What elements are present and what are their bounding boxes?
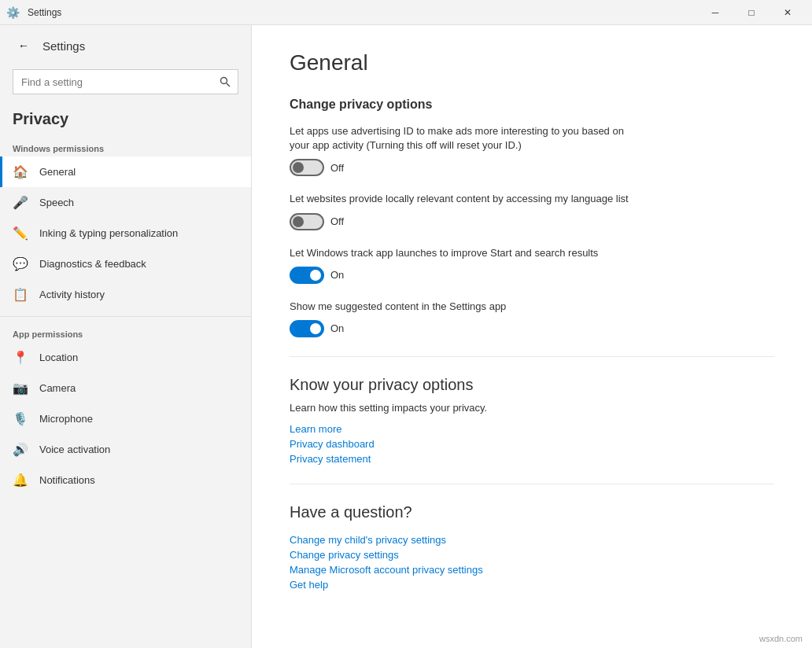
main-content: General Change privacy options Let apps … [252,25,812,648]
search-input[interactable] [13,76,212,88]
toggle-desc-language: Let websites provide locally relevant co… [290,192,636,206]
svg-point-0 [221,78,227,84]
toggle-control-language: Off [290,213,774,230]
question-link-get-help[interactable]: Get help [290,579,774,591]
sidebar-app-title: Settings [42,39,85,53]
toggle-language[interactable] [290,213,324,230]
app-permissions-label: App permissions [0,323,251,342]
toggle-row-language: Let websites provide locally relevant co… [290,192,774,230]
main-title: General [290,50,774,75]
sidebar-item-camera[interactable]: 📷 Camera [0,373,251,403]
privacy-link-privacy-statement[interactable]: Privacy statement [290,453,774,465]
sidebar-nav-top: ← Settings [0,25,251,66]
toggle-label-advertising: Off [330,162,344,174]
sidebar-item-diagnostics[interactable]: 💬 Diagnostics & feedback [0,249,251,279]
sidebar-item-microphone[interactable]: 🎙️ Microphone [0,403,251,434]
sidebar-item-label-general: General [39,166,76,178]
microphone-icon: 🎙️ [13,411,28,426]
question-link-child-privacy[interactable]: Change my child's privacy settings [290,534,774,546]
toggle-advertising[interactable] [290,159,324,176]
back-button[interactable]: ← [13,35,35,57]
title-bar-controls: ─ □ ✕ [697,0,806,25]
toggle-label-trackapp: On [330,269,344,281]
voiceactivation-icon: 🔊 [13,442,28,457]
toggle-knob-suggested [310,323,321,334]
question-link-manage-account[interactable]: Manage Microsoft account privacy setting… [290,564,774,576]
search-icon-button[interactable] [212,69,238,94]
know-privacy-section: Know your privacy options Learn how this… [290,376,774,465]
toggle-trackapp[interactable] [290,267,324,284]
privacy-link-learn-more[interactable]: Learn more [290,423,774,435]
toggle-control-advertising: Off [290,159,774,176]
sidebar-item-notifications[interactable]: 🔔 Notifications [0,465,251,495]
toggle-desc-suggested: Show me suggested content in the Setting… [290,300,636,314]
question-title: Have a question? [290,503,774,521]
sidebar-item-activity[interactable]: 📋 Activity history [0,279,251,310]
watermark: wsxdn.com [759,634,803,643]
close-button[interactable]: ✕ [770,0,806,25]
sidebar-item-label-notifications: Notifications [39,474,95,486]
sidebar-windows-items: 🏠 General 🎤 Speech ✏️ Inking & typing pe… [0,156,251,310]
question-links: Change my child's privacy settingsChange… [290,534,774,591]
sidebar-item-label-microphone: Microphone [39,413,93,425]
toggle-row-trackapp: Let Windows track app launches to improv… [290,246,774,284]
know-privacy-title: Know your privacy options [290,376,774,394]
toggle-knob-trackapp [310,270,321,281]
toggle-control-suggested: On [290,320,774,337]
location-icon: 📍 [13,350,28,365]
title-bar-title: Settings [28,7,61,18]
search-box [13,69,238,94]
section-separator-1 [290,356,774,357]
sidebar-item-label-inking: Inking & typing personalization [39,227,178,239]
sidebar-item-inking[interactable]: ✏️ Inking & typing personalization [0,218,251,249]
diagnostics-icon: 💬 [13,256,28,271]
sidebar-item-speech[interactable]: 🎤 Speech [0,187,251,218]
search-icon [220,76,231,87]
sidebar-item-general[interactable]: 🏠 General [0,156,251,187]
privacy-links: Learn morePrivacy dashboardPrivacy state… [290,423,774,465]
speech-icon: 🎤 [13,195,28,210]
notifications-icon: 🔔 [13,473,28,488]
app-body: ← Settings Privacy Windows permissions 🏠… [0,25,812,648]
svg-line-1 [227,83,230,87]
toggle-label-language: Off [330,215,344,227]
title-bar: ⚙️ Settings ─ □ ✕ [0,0,812,25]
camera-icon: 📷 [13,381,28,396]
sidebar-app-items: 📍 Location 📷 Camera 🎙️ Microphone 🔊 Voic… [0,342,251,495]
activity-icon: 📋 [13,287,28,302]
sidebar-item-location[interactable]: 📍 Location [0,342,251,373]
change-privacy-title: Change privacy options [290,98,774,112]
minimize-button[interactable]: ─ [697,0,733,25]
sidebar-item-label-diagnostics: Diagnostics & feedback [39,258,146,270]
toggles-container: Let apps use advertising ID to make ads … [290,124,774,337]
maximize-button[interactable]: □ [733,0,770,25]
toggle-row-suggested: Show me suggested content in the Setting… [290,300,774,337]
know-privacy-desc: Learn how this setting impacts your priv… [290,402,774,414]
windows-permissions-label: Windows permissions [0,138,251,156]
toggle-control-trackapp: On [290,267,774,284]
question-link-change-privacy[interactable]: Change privacy settings [290,549,774,561]
sidebar-item-label-camera: Camera [39,382,76,394]
sidebar-item-label-location: Location [39,352,78,363]
question-section: Have a question? Change my child's priva… [290,503,774,591]
sidebar: ← Settings Privacy Windows permissions 🏠… [0,25,252,648]
toggle-row-advertising: Let apps use advertising ID to make ads … [290,124,774,176]
app-icon: ⚙️ [6,6,20,19]
toggle-suggested[interactable] [290,320,324,337]
toggle-desc-trackapp: Let Windows track app launches to improv… [290,246,636,260]
inking-icon: ✏️ [13,226,28,241]
sidebar-item-voiceactivation[interactable]: 🔊 Voice activation [0,434,251,465]
toggle-label-suggested: On [330,322,344,334]
sidebar-divider [0,316,251,317]
section-separator-2 [290,484,774,484]
general-icon: 🏠 [13,164,28,179]
sidebar-item-label-activity: Activity history [39,289,105,300]
title-bar-left: ⚙️ Settings [6,6,61,19]
toggle-knob-advertising [293,162,304,173]
sidebar-item-label-voiceactivation: Voice activation [39,444,110,455]
toggle-desc-advertising: Let apps use advertising ID to make ads … [290,124,636,153]
privacy-link-privacy-dashboard[interactable]: Privacy dashboard [290,438,774,450]
toggle-knob-language [293,216,304,227]
privacy-header: Privacy [0,107,251,138]
sidebar-item-label-speech: Speech [39,197,74,208]
